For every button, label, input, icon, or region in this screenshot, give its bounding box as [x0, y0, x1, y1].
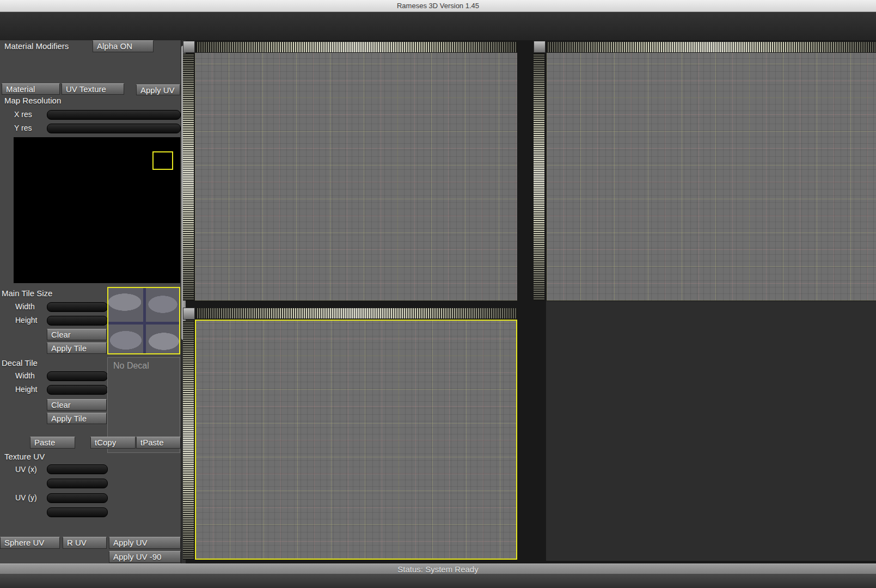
decal-tile-label: Decal Tile — [2, 358, 38, 367]
front-viewport-corner-box[interactable] — [183, 41, 195, 53]
top-viewport-vscroll[interactable] — [183, 321, 194, 560]
main-tile-width-label: Width — [15, 302, 35, 311]
decal-clear-button[interactable]: Clear — [47, 399, 107, 411]
main-tile-size-label: Main Tile Size — [2, 289, 52, 298]
main-tile-preview — [107, 287, 180, 354]
main-tile-clear-button[interactable]: Clear — [47, 329, 107, 340]
uv-color-swatch[interactable] — [109, 465, 181, 534]
decal-height-slider[interactable] — [47, 385, 108, 395]
left-panel: Material Modifiers Alpha ON Material UV … — [0, 40, 181, 564]
apply-uv-button-2[interactable]: Apply UV — [109, 537, 181, 549]
main-tile-apply-button[interactable]: Apply Tile — [47, 342, 107, 354]
map-resolution-label: Map Resolution — [4, 96, 61, 105]
alpha-toggle-button[interactable]: Alpha ON — [93, 40, 154, 52]
decal-height-label: Height — [15, 385, 37, 394]
uvy-slider-2[interactable] — [47, 507, 108, 517]
yres-slider[interactable] — [47, 124, 181, 133]
paste-button[interactable]: Paste — [30, 437, 75, 449]
uvx-label: UV (x) — [15, 465, 37, 474]
texture-uv-label: Texture UV — [4, 452, 45, 461]
status-bar: Status: System Ready — [0, 564, 876, 574]
uvy-label: UV (y) — [15, 493, 37, 502]
decal-width-label: Width — [15, 371, 35, 380]
sphere-uv-button[interactable]: Sphere UV — [0, 537, 60, 549]
main-toolbar — [0, 12, 876, 40]
material-modifiers-label: Material Modifiers — [4, 41, 69, 51]
main-tile-width-slider[interactable] — [47, 302, 108, 312]
uvx-slider-1[interactable] — [47, 464, 108, 474]
left-viewport-hscroll[interactable] — [547, 42, 876, 52]
front-viewport[interactable] — [195, 53, 517, 301]
xres-slider[interactable] — [47, 110, 181, 120]
apply-uv-90-button[interactable]: Apply UV -90 — [109, 551, 181, 563]
front-viewport-vscroll[interactable] — [183, 53, 194, 301]
yres-label: Y res — [14, 124, 32, 132]
no-decal-text: No Decal — [113, 361, 149, 371]
tpaste-button[interactable]: tPaste — [136, 437, 181, 449]
main-tile-height-label: Height — [15, 316, 37, 324]
top-viewport-hscroll[interactable] — [196, 308, 517, 318]
uvx-slider-2[interactable] — [47, 479, 108, 488]
tcopy-button[interactable]: tCopy — [90, 437, 136, 449]
r-uv-button[interactable]: R UV — [63, 537, 107, 549]
xres-label: X res — [14, 110, 32, 119]
main-tile-height-slider[interactable] — [47, 316, 108, 326]
top-viewport[interactable] — [195, 320, 517, 560]
decal-width-slider[interactable] — [47, 371, 108, 381]
window-title: Rameses 3D Version 1.45 — [0, 2, 876, 10]
left-viewport-corner-box[interactable] — [534, 41, 546, 53]
uvy-slider-1[interactable] — [47, 493, 108, 503]
decal-apply-button[interactable]: Apply Tile — [47, 413, 107, 424]
status-text: Status: System Ready — [0, 565, 876, 574]
left-viewport-vscroll[interactable] — [534, 53, 544, 301]
perspective-viewport[interactable] — [546, 301, 876, 561]
front-viewport-hscroll[interactable] — [196, 42, 517, 52]
apply-uv-button[interactable]: Apply UV — [136, 84, 180, 95]
material-button[interactable]: Material — [2, 83, 60, 95]
title-bar: Rameses 3D Version 1.45 — [0, 0, 876, 12]
window-bottom-edge — [0, 574, 876, 588]
selected-texture-outline — [152, 151, 173, 170]
top-viewport-corner-box[interactable] — [183, 308, 195, 320]
uv-texture-button[interactable]: UV Texture — [62, 83, 124, 95]
left-viewport[interactable] — [547, 53, 876, 301]
